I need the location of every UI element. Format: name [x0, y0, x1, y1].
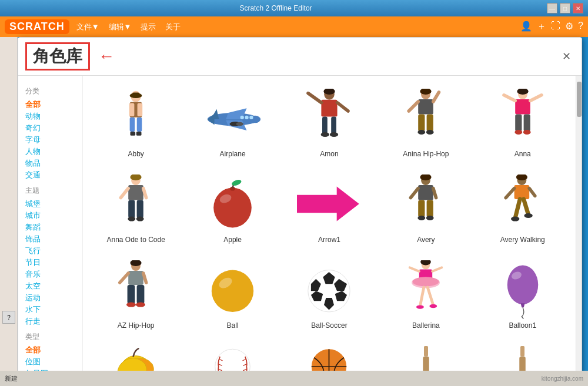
svg-line-84 [120, 273, 128, 283]
sprite-item-avery[interactable]: Avery [380, 169, 472, 250]
svg-line-106 [420, 287, 424, 306]
minimize-button[interactable]: — [547, 3, 557, 14]
sprite-item-arrow1[interactable]: Arrow1 [283, 169, 375, 250]
status-bar: 新建 kitongzhijia.com [0, 371, 588, 386]
settings-icon[interactable]: ⚙ [565, 21, 573, 33]
sprite-label-apple: Apple [223, 236, 242, 244]
svg-point-38 [426, 130, 434, 135]
sprite-item-abby[interactable]: Abby [90, 83, 182, 164]
svg-point-20 [236, 122, 243, 125]
share-icon[interactable]: 👤 [520, 21, 532, 33]
sprite-label-avery-walking: Avery Walking [500, 236, 545, 244]
dialog-close-button[interactable]: ✕ [559, 50, 574, 63]
sprite-item-ball[interactable]: Ball [186, 254, 278, 335]
sidebar-item-dance[interactable]: 舞蹈 [25, 221, 75, 233]
svg-point-16 [240, 115, 243, 119]
sidebar-item-flying[interactable]: 飞行 [25, 245, 75, 257]
sidebar-item-type-all[interactable]: 全部 [25, 344, 75, 356]
sprite-img-avery [393, 174, 458, 233]
sprite-item-avery-walking[interactable]: Avery Walking [477, 169, 569, 250]
svg-point-47 [523, 130, 531, 135]
sidebar-item-letters[interactable]: 字母 [25, 134, 75, 146]
sprite-img-arrow1 [297, 174, 362, 233]
sprite-item-airplane[interactable]: Airplane [186, 83, 278, 164]
sidebar-item-space[interactable]: 太空 [25, 280, 75, 292]
svg-line-75 [515, 199, 520, 218]
sidebar-item-sports[interactable]: 运动 [25, 292, 75, 304]
help-icon[interactable]: ? [578, 21, 583, 33]
sidebar-item-holiday[interactable]: 节日 [25, 257, 75, 268]
menu-file[interactable]: 文件▼ [76, 22, 99, 32]
svg-line-105 [433, 267, 442, 271]
category-section-title: 分类 [25, 86, 75, 96]
svg-point-90 [212, 270, 253, 311]
svg-rect-126 [520, 346, 524, 357]
sprite-label-az-hip-hop: AZ Hip-Hop [118, 321, 155, 330]
sidebar-item-city[interactable]: 城市 [25, 210, 75, 221]
sidebar-item-animals[interactable]: 动物 [25, 110, 75, 122]
scratch-logo: SCRATCH [5, 19, 69, 34]
sidebar-item-underwater[interactable]: 水下 [25, 304, 75, 315]
sidebar-item-accessories[interactable]: 饰品 [25, 233, 75, 245]
menu-about[interactable]: 关于 [165, 22, 181, 32]
svg-rect-54 [137, 200, 143, 218]
fullscreen-icon[interactable]: ⛶ [551, 21, 560, 33]
scrollbar-track[interactable] [576, 76, 582, 380]
svg-line-51 [121, 189, 129, 198]
sprite-item-apple[interactable]: Apple [186, 169, 278, 250]
sidebar-item-transport[interactable]: 交通 [25, 169, 75, 181]
svg-rect-7 [136, 131, 142, 135]
sidebar-item-music[interactable]: 音乐 [25, 268, 75, 280]
sprite-img-apple [201, 174, 265, 233]
plus-icon[interactable]: ＋ [537, 21, 546, 33]
sidebar-item-castle[interactable]: 城堡 [25, 198, 75, 210]
svg-rect-66 [419, 200, 425, 217]
sidebar-item-bitmap[interactable]: 位图 [25, 356, 75, 368]
sidebar-item-all[interactable]: 全部 [25, 99, 75, 110]
svg-rect-3 [137, 117, 142, 131]
sprite-label-anina-hip-hop: Anina Hip-Hop [403, 150, 449, 158]
svg-marker-62 [297, 186, 359, 221]
sprite-item-anna[interactable]: Anna [477, 83, 569, 164]
svg-rect-44 [515, 115, 522, 132]
sprites-content-area: Abby [83, 76, 576, 380]
sprite-label-amon: Amon [320, 150, 338, 158]
panel-help-button[interactable]: ? [2, 311, 15, 324]
sidebar-item-objects[interactable]: 物品 [25, 157, 75, 169]
sprite-item-ballerina[interactable]: Ballerina [380, 254, 472, 335]
sprite-item-az-hip-hop[interactable]: AZ Hip-Hop [90, 254, 182, 335]
dialog-title: 角色库 [25, 42, 90, 71]
menu-hints[interactable]: 提示 [141, 22, 156, 32]
sprite-label-ball: Ball [227, 321, 239, 330]
svg-rect-74 [514, 185, 529, 199]
type-section-title: 类型 [25, 332, 75, 342]
sidebar-item-people[interactable]: 人物 [25, 146, 75, 157]
svg-rect-5 [138, 103, 143, 116]
svg-rect-123 [424, 346, 428, 357]
sprite-item-amon[interactable]: Amon [283, 83, 375, 164]
svg-line-77 [506, 189, 514, 198]
svg-rect-86 [128, 285, 135, 304]
svg-point-56 [136, 217, 144, 221]
sprite-item-ball-soccer[interactable]: Ball-Soccer [283, 254, 375, 335]
svg-line-24 [338, 103, 348, 111]
sprite-item-anna-ode-to-code[interactable]: Anna Ode to Code [90, 169, 182, 250]
sprite-item-anina-hip-hop[interactable]: Anina Hip-Hop [380, 83, 472, 164]
sprite-img-abby [103, 89, 168, 147]
sprite-label-airplane: Airplane [220, 150, 246, 158]
sidebar-item-walking[interactable]: 行走 [25, 315, 75, 327]
sprite-img-avery-walking [490, 174, 555, 233]
left-panel-strip: ? [0, 37, 18, 371]
scrollbar-thumb[interactable] [577, 82, 582, 117]
sprite-img-amon [297, 89, 362, 147]
sidebar-item-fantasy[interactable]: 奇幻 [25, 122, 75, 134]
svg-line-85 [143, 273, 146, 283]
dialog-header: 角色库 ← ✕ [18, 38, 582, 76]
svg-point-103 [412, 277, 440, 288]
maximize-button[interactable]: □ [560, 3, 570, 14]
svg-marker-13 [211, 109, 219, 119]
close-window-button[interactable]: ✕ [573, 3, 583, 14]
sprite-item-balloon1[interactable]: Balloon1 [477, 254, 569, 335]
menu-edit[interactable]: 编辑▼ [109, 22, 132, 32]
title-bar: Scratch 2 Offline Editor — □ ✕ [0, 0, 588, 16]
